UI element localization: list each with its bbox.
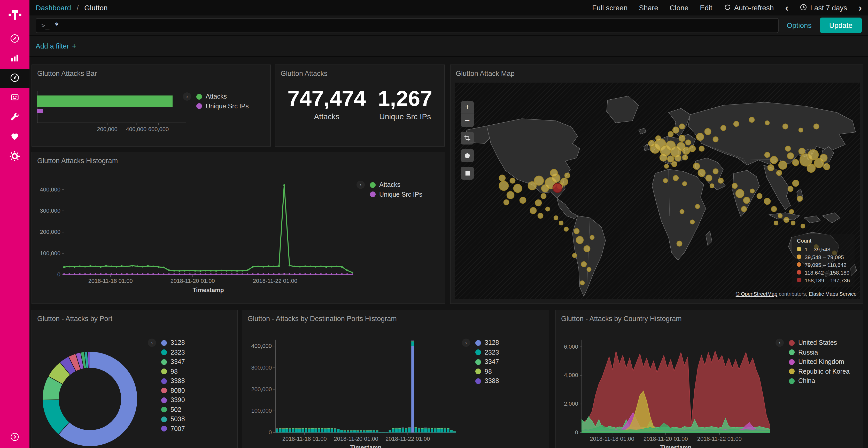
map-bubble[interactable] <box>534 176 544 185</box>
map-bubble[interactable] <box>672 162 677 167</box>
map-bubble[interactable] <box>799 128 803 132</box>
legend-toggle-icon[interactable]: › <box>148 339 156 347</box>
legend-item[interactable]: 3128 <box>161 338 185 348</box>
time-back-button[interactable]: ‹ <box>785 3 788 13</box>
options-link[interactable]: Options <box>786 21 812 29</box>
legend-item[interactable]: 7007 <box>161 424 185 434</box>
map-bubble[interactable] <box>581 262 586 267</box>
attack-map[interactable]: + − <box>455 82 860 299</box>
map-bubble[interactable] <box>675 155 681 161</box>
legend-item[interactable]: 502 <box>161 405 185 414</box>
map-bubble[interactable] <box>718 178 723 183</box>
map-bubble[interactable] <box>668 132 673 137</box>
map-bubble[interactable] <box>787 153 794 159</box>
map-bubble[interactable] <box>791 221 795 225</box>
fullscreen-button[interactable]: Full screen <box>592 4 627 12</box>
clone-button[interactable]: Clone <box>670 4 688 12</box>
map-bubble[interactable] <box>797 196 802 201</box>
search-input[interactable] <box>55 21 773 29</box>
legend-item[interactable]: 98 <box>475 367 499 376</box>
map-bubble[interactable] <box>793 160 799 166</box>
map-bubble[interactable] <box>820 154 827 162</box>
map-bubble[interactable] <box>677 241 682 246</box>
map-bubble[interactable] <box>504 200 509 205</box>
legend-item[interactable]: 3128 <box>475 338 499 348</box>
legend-item[interactable]: 2323 <box>475 348 499 357</box>
map-bubble[interactable] <box>514 184 522 193</box>
sidebar-item-monitoring[interactable] <box>0 128 29 147</box>
add-filter-link[interactable]: Add a filter <box>36 42 69 50</box>
fit-data-bounds-icon[interactable] <box>461 132 474 144</box>
map-bubble[interactable] <box>559 221 563 225</box>
legend-toggle-icon[interactable]: › <box>776 339 784 347</box>
legend-item[interactable]: 3347 <box>161 357 185 367</box>
map-bubble[interactable] <box>550 169 557 176</box>
map-bubble[interactable] <box>713 169 718 174</box>
map-bubble[interactable] <box>530 207 536 214</box>
sidebar-item-visualize[interactable] <box>0 49 29 69</box>
legend-item[interactable]: 5038 <box>161 414 185 424</box>
map-bubble[interactable] <box>706 175 712 181</box>
map-bubble[interactable] <box>765 152 770 158</box>
legend-item[interactable]: 8080 <box>161 386 185 395</box>
map-bubble[interactable] <box>660 154 667 161</box>
map-bubble[interactable] <box>580 281 584 285</box>
legend-item[interactable]: United Kingdom <box>789 357 850 367</box>
map-bubble[interactable] <box>770 157 778 164</box>
map-bubble[interactable] <box>572 253 577 257</box>
tmobile-logo[interactable] <box>0 0 29 29</box>
edit-button[interactable]: Edit <box>700 4 712 12</box>
map-bubble[interactable] <box>732 183 737 188</box>
legend-item[interactable]: Unique Src IPs <box>370 190 423 199</box>
map-bubble[interactable] <box>765 121 769 125</box>
map-bubble[interactable] <box>679 124 685 129</box>
map-bubble[interactable] <box>757 194 762 199</box>
legend-item[interactable]: Attacks <box>370 180 423 190</box>
map-bubble[interactable] <box>789 210 794 214</box>
map-bubble[interactable] <box>698 169 705 176</box>
map-bubble[interactable] <box>693 163 700 169</box>
legend-item[interactable]: Republic of Korea <box>789 367 850 376</box>
map-bubble-hotspot[interactable] <box>553 183 562 193</box>
map-bubble[interactable] <box>683 182 687 186</box>
map-bubble[interactable] <box>499 181 508 191</box>
map-bubble[interactable] <box>785 146 790 151</box>
map-bubble[interactable] <box>689 145 695 152</box>
legend-toggle-icon[interactable]: › <box>462 339 470 347</box>
map-bubble[interactable] <box>788 186 793 192</box>
map-bubble[interactable] <box>554 216 558 220</box>
sidebar-item-discover[interactable] <box>0 29 29 49</box>
add-filter-plus-icon[interactable]: + <box>72 42 76 50</box>
map-bubble[interactable] <box>663 179 668 183</box>
time-picker[interactable]: Last 7 days <box>800 3 847 12</box>
map-bubble[interactable] <box>574 229 579 234</box>
map-bubble[interactable] <box>696 133 704 140</box>
map-bubble[interactable] <box>741 206 747 212</box>
map-bubble[interactable] <box>784 217 789 222</box>
map-bubble[interactable] <box>710 184 714 188</box>
breadcrumb-dashboard-link[interactable]: Dashboard <box>36 4 71 12</box>
zoom-out-button[interactable]: − <box>461 114 474 127</box>
map-bubble[interactable] <box>680 210 684 214</box>
search-query-box[interactable]: >_ <box>36 18 778 33</box>
map-bubble[interactable] <box>535 200 541 206</box>
map-bubble[interactable] <box>705 129 711 135</box>
openstreetmap-link[interactable]: © OpenStreetMap <box>736 291 778 297</box>
map-bubble[interactable] <box>587 267 591 272</box>
map-bubble[interactable] <box>656 136 661 141</box>
legend-toggle-icon[interactable]: › <box>183 92 191 101</box>
legend-item[interactable]: 3388 <box>161 376 185 386</box>
map-bubble[interactable] <box>824 164 830 170</box>
map-bubble[interactable] <box>721 126 726 131</box>
map-bubble[interactable] <box>690 220 694 224</box>
map-bubble[interactable] <box>507 192 514 199</box>
legend-item[interactable]: 3347 <box>475 357 499 367</box>
map-bubble[interactable] <box>673 175 678 181</box>
map-bubble[interactable] <box>648 140 655 146</box>
map-bubble[interactable] <box>668 156 674 162</box>
map-bubble[interactable] <box>510 178 515 183</box>
map-bubble[interactable] <box>793 180 799 186</box>
map-bubble[interactable] <box>590 235 594 240</box>
map-bubble[interactable] <box>576 236 583 244</box>
map-bubble[interactable] <box>814 124 819 129</box>
